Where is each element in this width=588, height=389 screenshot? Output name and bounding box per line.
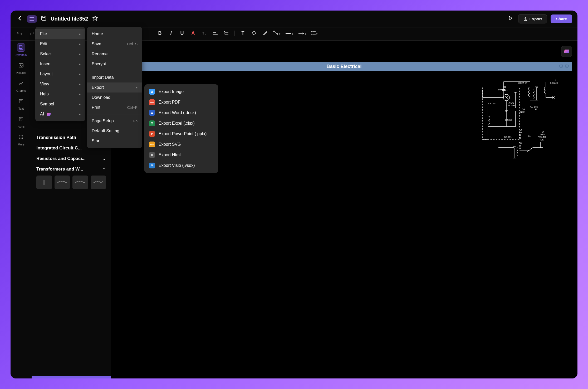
export-word[interactable]: WExport Word (.docx) [144, 108, 218, 118]
redo-button[interactable] [28, 30, 36, 38]
arrow-style-button[interactable]: ▾ [298, 31, 306, 37]
export-icon [523, 17, 527, 21]
favorite-star-icon[interactable] [91, 14, 99, 23]
svg-point-19 [311, 34, 312, 35]
export-button[interactable]: Export [518, 14, 547, 23]
section-resistors[interactable]: Resistors and Capaci... ⌄ [36, 156, 106, 161]
text-tool-button[interactable]: T [240, 31, 246, 37]
menu-encrypt[interactable]: Encrypt [87, 59, 142, 69]
fill-button[interactable] [251, 31, 257, 37]
export-visio[interactable]: VExport Visio (.vsdx) [144, 160, 218, 171]
chevron-up-icon: ⌃ [103, 167, 106, 171]
menu-select[interactable]: Select▸ [35, 49, 85, 59]
rail-text[interactable]: T Text [17, 97, 25, 110]
file-submenu: Home SaveCtrl+S Rename Encrypt Import Da… [87, 27, 142, 148]
excel-file-icon: X [149, 120, 155, 126]
titlebar-right: Export Share [507, 14, 572, 23]
rail-symbols[interactable]: Symbols [16, 43, 27, 56]
menu-ai[interactable]: AI ▸ [35, 109, 85, 119]
underline-button[interactable]: U [179, 31, 185, 37]
symbol-tile[interactable] [91, 176, 106, 189]
export-html[interactable]: HExport Html [144, 150, 218, 160]
format-toolbar: B I U A T T ▾ ▾ [157, 31, 317, 37]
chevron-right-icon: ▸ [79, 102, 81, 106]
menu-home[interactable]: Home [87, 29, 142, 39]
chevron-right-icon: ▸ [79, 52, 81, 56]
circuit-label: 50 [519, 142, 522, 144]
export-pdf[interactable]: PDFExport PDF [144, 97, 218, 108]
ai-badge[interactable] [561, 46, 572, 57]
menu-view[interactable]: View▸ [35, 79, 85, 89]
export-excel[interactable]: XExport Excel (.xlsx) [144, 118, 218, 129]
list-button[interactable]: ▾ [311, 31, 317, 37]
menu-import[interactable]: Import Data [87, 72, 142, 82]
undo-button[interactable] [16, 30, 23, 38]
section-transformers-label: Transformers and W... [36, 167, 83, 172]
text-format-button[interactable]: T [201, 31, 207, 37]
pen-tool-button[interactable] [262, 31, 268, 37]
symbol-tile[interactable] [55, 176, 70, 189]
menu-edit[interactable]: Edit▸ [35, 39, 85, 49]
menu-help[interactable]: Help▸ [35, 89, 85, 99]
rail-pictures[interactable]: Pictures [16, 61, 26, 74]
circuit-label: Q1 [503, 86, 506, 88]
menu-rename[interactable]: Rename [87, 49, 142, 59]
menu-star[interactable]: Star [87, 136, 142, 146]
section-transformers[interactable]: Transformers and W... ⌃ [36, 167, 106, 172]
symbol-grid [36, 176, 106, 189]
circuit-label: VOLTS [538, 136, 546, 138]
menu-page-setup[interactable]: Page SetupF6 [87, 116, 142, 126]
gear-icons-right[interactable]: ⚙⚙ [558, 63, 570, 70]
line-style-button[interactable]: ▾ [286, 31, 293, 37]
symbol-tile[interactable] [72, 176, 88, 189]
menu-save[interactable]: SaveCtrl+S [87, 39, 142, 49]
circuit-label: U [519, 144, 521, 147]
align-button[interactable] [212, 31, 218, 37]
chevron-right-icon: ▸ [79, 82, 81, 86]
export-ppt[interactable]: PExport PowerPoint (.pptx) [144, 129, 218, 139]
rail-more[interactable]: More [17, 133, 25, 146]
svg-point-10 [273, 31, 275, 32]
connector-button[interactable]: ▾ [273, 31, 280, 37]
share-button[interactable]: Share [551, 14, 572, 23]
export-image[interactable]: 🖼Export Image [144, 86, 218, 97]
file-title[interactable]: Untitled file352 [51, 16, 88, 22]
svg-rect-26 [19, 117, 23, 121]
icons-icon [17, 115, 25, 123]
italic-button[interactable]: I [168, 31, 174, 37]
bold-button[interactable]: B [157, 31, 163, 37]
circuit-label: R6 [522, 108, 525, 111]
circuit-label: 149.500 [506, 104, 515, 107]
circuit-label: C7 180 [530, 105, 538, 108]
menu-export[interactable]: Export▸ [87, 82, 142, 93]
menu-download[interactable]: Download [87, 93, 142, 103]
export-submenu: 🖼Export Image PDFExport PDF WExport Word… [144, 84, 218, 173]
font-color-button[interactable]: A [190, 31, 196, 37]
play-button[interactable] [507, 14, 514, 23]
graphs-icon [17, 79, 25, 87]
menu-insert[interactable]: Insert▸ [35, 59, 85, 69]
rail-icons-label: Icons [18, 125, 24, 128]
spacing-button[interactable] [223, 31, 229, 37]
export-svg[interactable]: SVGExport SVG [144, 139, 218, 150]
circuit-label: L4 [520, 129, 522, 131]
circuit-label: TO [541, 130, 544, 133]
svg-point-34 [19, 138, 20, 139]
menu-default-setting[interactable]: Default Setting [87, 126, 142, 136]
menu-print[interactable]: PrintCtrl+P [87, 103, 142, 113]
rail-icons[interactable]: Icons [17, 115, 25, 128]
bottom-cta-bar[interactable] [32, 376, 111, 378]
save-icon[interactable] [40, 14, 47, 23]
circuit-label: H [519, 147, 521, 150]
svg-point-27 [20, 118, 22, 120]
circuit-label: pF [534, 108, 537, 111]
rail-graphs[interactable]: Graphs [16, 79, 26, 92]
menu-symbol[interactable]: Symbol▸ [35, 99, 85, 109]
menu-layout[interactable]: Layout▸ [35, 69, 85, 79]
symbol-tile[interactable] [36, 176, 52, 189]
svg-point-18 [311, 33, 312, 33]
main-menu-button[interactable] [27, 15, 37, 23]
menu-file[interactable]: File▸ [35, 29, 85, 39]
chevron-right-icon: ▸ [79, 62, 81, 66]
back-button[interactable] [16, 15, 24, 23]
